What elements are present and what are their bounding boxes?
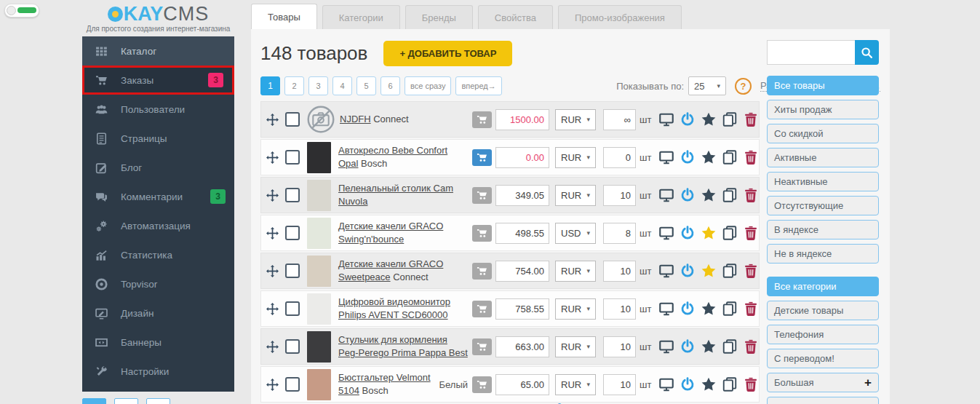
duplicate-icon[interactable]: [722, 188, 738, 202]
duplicate-icon[interactable]: [722, 150, 738, 165]
product-name-link[interactable]: Цифровой видеомонитор Philips AVENT SCD6…: [338, 296, 450, 320]
hit-star-icon[interactable]: [701, 112, 717, 127]
purchases-cart-button[interactable]: [472, 301, 492, 317]
delete-trash-icon[interactable]: [744, 150, 759, 165]
sidebar-item-settings[interactable]: Настройки: [82, 357, 234, 386]
duplicate-icon[interactable]: [722, 301, 738, 316]
delete-trash-icon[interactable]: [744, 339, 759, 354]
row-checkbox[interactable]: [285, 150, 300, 165]
delete-trash-icon[interactable]: [744, 301, 759, 316]
sidebar-item-comments[interactable]: Комментарии3: [82, 182, 234, 211]
drag-handle-icon[interactable]: [266, 303, 279, 315]
drag-handle-icon[interactable]: [266, 227, 279, 239]
add-product-button[interactable]: + ДОБАВИТЬ ТОВАР: [383, 41, 512, 66]
drag-handle-icon[interactable]: [266, 341, 279, 353]
quantity-input[interactable]: [603, 336, 636, 357]
drag-handle-icon[interactable]: [266, 151, 279, 164]
category-filter-button[interactable]: Все категории: [767, 277, 879, 296]
page-button-2[interactable]: 2: [284, 76, 304, 95]
sidebar-item-catalog[interactable]: Каталог: [82, 36, 234, 66]
drag-handle-icon[interactable]: [266, 265, 279, 277]
power-toggle-icon[interactable]: [680, 150, 696, 165]
preview-monitor-icon[interactable]: [659, 226, 674, 240]
sidebar-item-statistics[interactable]: Статистика: [82, 240, 234, 269]
power-toggle-icon[interactable]: [680, 301, 696, 316]
bottom-pager-button[interactable]: [82, 398, 106, 404]
bottom-pager-button[interactable]: [114, 398, 138, 404]
product-filter-button[interactable]: Не в яндексе: [767, 244, 879, 264]
show-all-button[interactable]: все сразу: [405, 76, 451, 95]
currency-select[interactable]: RUR: [555, 147, 596, 168]
product-name-link[interactable]: Детские качели GRACO Swing'n'bounce: [338, 221, 443, 245]
search-input[interactable]: [767, 40, 855, 65]
quantity-input[interactable]: [603, 374, 636, 395]
purchases-cart-button[interactable]: [472, 149, 492, 166]
price-input[interactable]: [495, 298, 549, 320]
page-button-4[interactable]: 4: [332, 76, 352, 95]
price-input[interactable]: [495, 109, 549, 130]
row-checkbox[interactable]: [285, 301, 300, 316]
currency-select[interactable]: RUR: [555, 185, 596, 206]
hit-star-icon[interactable]: [701, 339, 717, 354]
duplicate-icon[interactable]: [722, 264, 738, 278]
row-checkbox[interactable]: [285, 377, 300, 392]
tab-promo-images[interactable]: Промо-изображения: [558, 5, 682, 29]
currency-select[interactable]: RUR: [555, 261, 596, 282]
sidebar-item-topvisor[interactable]: Topvisor: [82, 269, 234, 298]
preview-monitor-icon[interactable]: [659, 264, 674, 278]
power-toggle-icon[interactable]: [680, 377, 696, 392]
row-checkbox[interactable]: [285, 226, 300, 240]
hit-star-icon[interactable]: [701, 150, 717, 165]
price-input[interactable]: [495, 374, 549, 395]
sidebar-collapse-toggle[interactable]: [4, 4, 39, 17]
duplicate-icon[interactable]: [722, 112, 738, 127]
page-size-select[interactable]: 25: [688, 76, 726, 95]
product-filter-button[interactable]: В яндексе: [767, 220, 879, 239]
duplicate-icon[interactable]: [722, 339, 738, 354]
preview-monitor-icon[interactable]: [659, 150, 674, 165]
preview-monitor-icon[interactable]: [659, 112, 674, 127]
product-filter-button[interactable]: Со скидкой: [767, 124, 879, 143]
product-filter-button[interactable]: Хиты продаж: [767, 100, 879, 119]
preview-monitor-icon[interactable]: [659, 339, 674, 354]
delete-trash-icon[interactable]: [744, 226, 759, 240]
power-toggle-icon[interactable]: [680, 264, 696, 278]
tab-categories[interactable]: Категории: [322, 5, 400, 29]
hit-star-icon[interactable]: [701, 301, 717, 316]
purchases-cart-button[interactable]: [472, 111, 492, 128]
product-name-link[interactable]: Пеленальный столик Cam Nuvola: [338, 183, 453, 207]
price-input[interactable]: [495, 336, 549, 357]
power-toggle-icon[interactable]: [680, 188, 696, 202]
purchases-cart-button[interactable]: [472, 338, 492, 355]
category-filter-button[interactable]: Детские товары: [767, 301, 879, 320]
preview-monitor-icon[interactable]: [659, 377, 674, 392]
sidebar-item-blog[interactable]: Блог: [82, 153, 234, 182]
bottom-pager-button[interactable]: [146, 398, 170, 404]
tab-properties[interactable]: Свойства: [478, 5, 553, 29]
page-button-3[interactable]: 3: [308, 76, 328, 95]
category-filter-button-cutoff[interactable]: [767, 397, 879, 404]
category-filter-button[interactable]: С переводом!: [767, 349, 879, 368]
page-button-5[interactable]: 5: [356, 76, 376, 95]
sidebar-item-design[interactable]: Дизайн: [82, 298, 234, 328]
purchases-cart-button[interactable]: [472, 187, 492, 204]
product-filter-button[interactable]: Активные: [767, 148, 879, 167]
delete-trash-icon[interactable]: [744, 112, 759, 127]
delete-trash-icon[interactable]: [744, 188, 759, 202]
product-filter-button[interactable]: Неактивные: [767, 172, 879, 191]
power-toggle-icon[interactable]: [680, 226, 696, 240]
duplicate-icon[interactable]: [722, 377, 738, 392]
price-input[interactable]: [495, 147, 549, 168]
purchases-cart-button[interactable]: [472, 376, 492, 393]
power-toggle-icon[interactable]: [680, 112, 696, 127]
currency-select[interactable]: RUR: [555, 374, 596, 395]
product-name-link[interactable]: Стульчик для кормления Peg-Perego Prima …: [338, 334, 468, 358]
page-button-1[interactable]: 1: [260, 76, 280, 95]
expand-plus-icon[interactable]: +: [864, 376, 872, 389]
preview-monitor-icon[interactable]: [659, 188, 674, 202]
power-toggle-icon[interactable]: [680, 339, 696, 354]
price-input[interactable]: [495, 261, 549, 282]
quantity-input[interactable]: [603, 147, 636, 168]
quantity-input[interactable]: [603, 261, 636, 282]
delete-trash-icon[interactable]: [744, 377, 759, 392]
